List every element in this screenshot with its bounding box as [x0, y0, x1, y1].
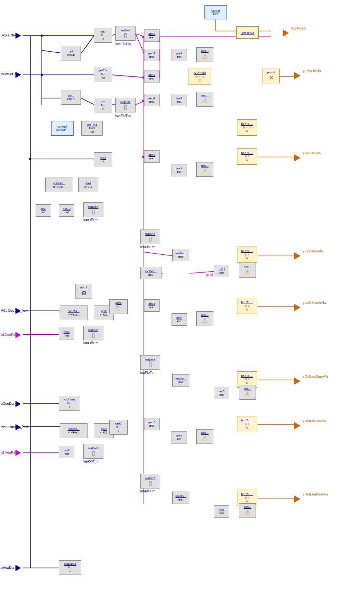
gai1-param: k=0.7 — [67, 97, 75, 101]
svg-line-38 — [143, 252, 173, 256]
booToI4-name: booToI... — [241, 300, 253, 304]
leaDa3-op: and — [178, 498, 183, 502]
and3-block: and3 and — [144, 49, 160, 61]
booToI3-inner: B 40 — [245, 253, 249, 260]
add2-icon: ⊕ — [81, 289, 86, 297]
vdis-flow-arrow — [15, 33, 21, 39]
booToI-top-inner: B🔸 10 — [243, 126, 251, 133]
not6-op: not — [64, 452, 69, 456]
ass7-block: ass... ⚠ — [196, 429, 213, 444]
truDel3-name: truDel3 — [145, 358, 155, 361]
lowflotim-label1: lowFloTim — [115, 42, 131, 46]
vhotduc-arrow — [15, 424, 21, 430]
proInt-block: proInt ✕ — [263, 69, 280, 83]
not5-block: not5 not — [214, 387, 229, 399]
cooMa2-name: cooMa... — [68, 309, 80, 313]
not8-block: not8 not — [214, 505, 229, 518]
leaflotim1-label: leaFloTim — [140, 245, 155, 249]
leaDa-top-block: leaDa... and — [172, 249, 189, 261]
lowfloala-name: lowFloAla — [241, 31, 254, 35]
not1-block: not1 not — [172, 49, 187, 61]
ass5-block: ass... ⚠ — [239, 385, 256, 400]
gre-op: > — [102, 107, 104, 111]
not4-name: not4 — [176, 316, 182, 319]
svg-line-3 — [42, 50, 62, 53]
and3-name: and3 — [148, 52, 155, 55]
not7-block: not7 not — [172, 431, 187, 444]
gre1-block: gre1 h... > — [109, 299, 128, 314]
not11-block: not11 not — [214, 265, 229, 277]
vactset-flow-arrow — [15, 72, 21, 78]
greThr1-sub: h=0 — [89, 126, 95, 130]
fanofftim2-label: fanOffTim — [83, 341, 98, 345]
not1-name: not1 — [176, 52, 182, 55]
and-label: and — [206, 273, 213, 277]
svg-point-43 — [29, 158, 31, 160]
yhotflosen-arrow — [294, 422, 300, 429]
fanofftim3-label: fanOffTim — [83, 459, 98, 463]
ass7-name: ass... — [201, 431, 208, 435]
leaDa2-op: and — [178, 380, 183, 384]
u1heafan-tri — [15, 450, 21, 456]
cloDam-sub: h... — [67, 401, 72, 405]
ass11-block: ass... ⚠ — [239, 263, 256, 278]
conint-name: conInt — [211, 9, 220, 12]
les-block: les h... < — [94, 28, 112, 43]
and5-block: and5 and — [144, 299, 160, 312]
cooMa-block: cooMa... k=VCo... — [45, 178, 73, 192]
vcolduc-label: VColDucDis_flow — [1, 309, 28, 312]
ass11-warn-icon: ⚠ — [245, 268, 250, 276]
yleadamala-label: yLeaDamAla — [303, 249, 323, 253]
not9-op: not — [177, 170, 181, 174]
u1heafan-label: u1HeaFan — [1, 450, 17, 454]
truDel6-block: truDel6 ⌷ — [83, 202, 103, 217]
heaMa-block: heaMa... k=VHe... — [60, 423, 88, 438]
trudel-name: truDel — [121, 29, 129, 32]
uheadam-arrow — [15, 565, 21, 571]
conint-block: conInt k=2 — [204, 5, 227, 19]
truDel2-name: truDel2 — [88, 328, 98, 332]
vdis-flow-label: VDis_flow — [2, 33, 17, 37]
truDel2-icon: ⌷ — [92, 332, 95, 338]
truDel6-name: truDel6 — [88, 205, 98, 209]
not9-name: not9 — [176, 167, 182, 170]
svg-line-8 — [81, 98, 94, 105]
gai4-block: gai4 k=0.1 — [78, 178, 98, 192]
leaDa-top-op: and — [178, 255, 183, 259]
gre1-op: > — [118, 309, 120, 312]
and1-block: and1 and — [144, 71, 160, 83]
cloBot-op: and — [148, 273, 153, 277]
gre2-name: gre2 — [115, 422, 122, 425]
ass9-block: ass... ⚠ — [196, 162, 213, 177]
or2-block: or2 or — [36, 204, 51, 217]
conInt1-param: k=staP... — [57, 128, 68, 132]
not5-op: not — [219, 393, 223, 397]
yhotleadam-arrow — [294, 495, 300, 502]
truDel4-icon: ⌷ — [92, 450, 95, 456]
truDel5-icon: ⌷ — [149, 480, 152, 486]
gai-name: gai — [69, 50, 73, 53]
gre-block: gre h... > — [94, 98, 112, 112]
conInt1-block: conInt1 k=staP... — [51, 121, 74, 136]
yhotleadam-label: yHotLeaDamAla — [303, 492, 328, 496]
booToI-top-block: booToI... B🔸 10 — [237, 119, 257, 136]
svg-point-42 — [41, 74, 43, 76]
ass1-block: ass... ⚠ — [196, 47, 213, 62]
svg-point-41 — [41, 35, 43, 37]
booToI2-name: booToI... — [241, 151, 253, 155]
ass4-warn-icon: ⚠ — [202, 317, 208, 324]
vcolduc-arrow — [15, 308, 21, 314]
truDel7-block: truDel7 ⌷ — [140, 230, 160, 244]
ucoodam-arrow — [15, 401, 21, 407]
booToI5-name: booToI... — [241, 374, 253, 378]
truDel5-name: truDel5 — [145, 476, 155, 480]
booToI6-name: booToI... — [241, 419, 253, 422]
cooMa2-param: k=VCo... — [68, 313, 80, 317]
truDel5-block: truDel5 ⌷ — [140, 474, 160, 488]
gai4-param: k=0.1 — [84, 185, 92, 189]
booToI3-name: booToI... — [241, 249, 253, 253]
fanofftim1-label: fanOffTim — [83, 218, 98, 222]
gre1-name: gre1 — [115, 301, 122, 305]
not7-op: not — [177, 437, 181, 441]
greThr1-block: greThr1 h=0 >0 — [81, 121, 103, 136]
